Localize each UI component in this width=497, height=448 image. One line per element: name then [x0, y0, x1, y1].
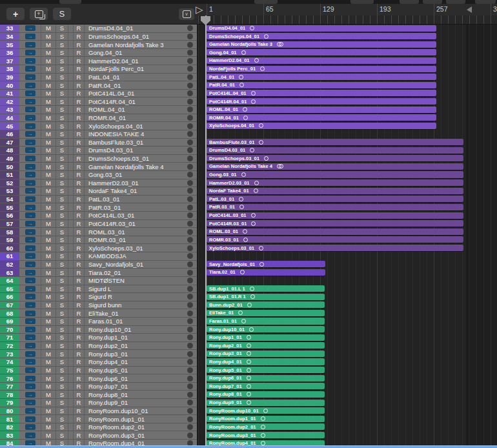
solo-button[interactable]: S: [56, 90, 68, 97]
record-enable-circle[interactable]: [187, 164, 193, 170]
solo-button[interactable]: S: [56, 309, 68, 317]
track-arrow-icon[interactable]: →: [25, 424, 36, 430]
track-row[interactable]: 75→MSRRony.dup5_01: [0, 367, 197, 375]
solo-button[interactable]: S: [56, 415, 68, 423]
record-enable-circle[interactable]: [187, 196, 193, 202]
record-button[interactable]: R: [74, 57, 85, 65]
track-row[interactable]: 82→MSRRonyRoom.dup2_01: [0, 423, 197, 432]
region[interactable]: Rony.dup8_01: [207, 391, 325, 398]
record-button[interactable]: R: [74, 293, 85, 301]
track-arrow-icon[interactable]: →: [25, 376, 36, 382]
region[interactable]: PotC414L.03_01: [207, 212, 463, 219]
record-enable-circle[interactable]: [187, 188, 193, 194]
track-row[interactable]: 59→MSRROMR.03_01: [0, 236, 197, 245]
track-arrow-icon[interactable]: →: [25, 50, 36, 56]
track-row[interactable]: 46→MSRINDONESIA TAKE 4: [0, 130, 197, 139]
mute-button[interactable]: M: [41, 350, 56, 358]
track-arrow-icon[interactable]: →: [25, 42, 36, 48]
record-button[interactable]: R: [74, 277, 85, 285]
region[interactable]: ROML.03_01: [207, 229, 463, 235]
record-button[interactable]: R: [74, 318, 85, 325]
record-button[interactable]: R: [74, 179, 85, 187]
record-enable-circle[interactable]: [187, 351, 193, 357]
region[interactable]: PatR.04_01: [207, 82, 436, 88]
region[interactable]: Bunn.dup2_01: [207, 301, 325, 308]
record-enable-circle[interactable]: [187, 408, 193, 414]
record-button[interactable]: R: [74, 358, 85, 366]
region[interactable]: RonyRoom.dup3_01: [207, 432, 325, 438]
record-button[interactable]: R: [74, 374, 85, 382]
record-button[interactable]: R: [74, 25, 85, 32]
record-enable-circle[interactable]: [187, 261, 193, 267]
playhead-line[interactable]: [205, 15, 207, 448]
track-arrow-icon[interactable]: →: [25, 115, 36, 121]
record-enable-circle[interactable]: [187, 74, 193, 80]
solo-button[interactable]: S: [56, 342, 68, 350]
track-arrow-icon[interactable]: →: [25, 408, 36, 414]
record-enable-circle[interactable]: [187, 245, 193, 251]
record-enable-circle[interactable]: [187, 66, 193, 72]
region[interactable]: PotC414R.04_01: [207, 98, 436, 105]
solo-button[interactable]: S: [56, 155, 68, 163]
mute-button[interactable]: M: [41, 49, 56, 57]
track-row[interactable]: 35→MSRGamelan Nordafjolls Take 3: [0, 41, 197, 49]
track-row[interactable]: 65→MSRSigurd L: [0, 285, 197, 294]
track-row[interactable]: 62→MSRSavy_Nordafjols_01: [0, 261, 197, 269]
region[interactable]: Rony.dup1_01: [207, 334, 325, 341]
track-row[interactable]: 68→MSREliTake_01: [0, 309, 197, 318]
solo-button[interactable]: S: [56, 106, 68, 114]
region[interactable]: PatL.04_01: [207, 74, 436, 80]
solo-button[interactable]: S: [56, 374, 68, 382]
record-enable-circle[interactable]: [187, 139, 193, 145]
track-arrow-icon[interactable]: →: [25, 229, 36, 235]
solo-button[interactable]: S: [56, 81, 68, 89]
record-button[interactable]: R: [74, 155, 85, 163]
record-button[interactable]: R: [74, 90, 85, 97]
solo-button[interactable]: S: [56, 367, 68, 374]
mute-button[interactable]: M: [41, 431, 56, 439]
solo-button[interactable]: S: [56, 97, 68, 105]
record-button[interactable]: R: [74, 203, 85, 211]
record-button[interactable]: R: [74, 33, 85, 41]
solo-button[interactable]: S: [56, 407, 68, 415]
track-arrow-icon[interactable]: →: [25, 66, 36, 72]
solo-button[interactable]: S: [56, 350, 68, 358]
mute-button[interactable]: M: [41, 269, 56, 276]
mute-button[interactable]: M: [41, 196, 56, 203]
solo-button[interactable]: S: [56, 391, 68, 398]
record-button[interactable]: R: [74, 415, 85, 423]
mute-button[interactable]: M: [41, 187, 56, 195]
record-button[interactable]: R: [74, 212, 85, 219]
record-button[interactable]: R: [74, 171, 85, 179]
solo-button[interactable]: S: [56, 33, 68, 41]
solo-button[interactable]: S: [56, 179, 68, 187]
track-row[interactable]: 67→MSRSigurd bunn: [0, 301, 197, 310]
track-row[interactable]: 55→MSRPatR.03_01: [0, 203, 197, 212]
record-enable-circle[interactable]: [187, 58, 193, 64]
track-arrow-icon[interactable]: →: [25, 359, 36, 365]
mute-button[interactable]: M: [41, 122, 56, 130]
record-enable-circle[interactable]: [187, 42, 193, 48]
track-row[interactable]: 48→MSRDrumsD4.03_01: [0, 147, 197, 155]
track-arrow-icon[interactable]: →: [25, 123, 36, 129]
record-enable-circle[interactable]: [187, 318, 193, 324]
region[interactable]: Rony.dup10_01: [207, 326, 325, 332]
solo-button[interactable]: S: [56, 358, 68, 366]
track-row[interactable]: 70→MSRRony.dup10_01: [0, 326, 197, 334]
record-button[interactable]: R: [74, 431, 85, 439]
record-button[interactable]: R: [74, 114, 85, 122]
region[interactable]: ROML.04_01: [207, 107, 436, 113]
track-row[interactable]: 41→MSRPotC414L.04_01: [0, 90, 197, 98]
mute-button[interactable]: M: [41, 423, 56, 431]
mute-button[interactable]: M: [41, 358, 56, 366]
track-arrow-icon[interactable]: →: [25, 253, 36, 259]
region[interactable]: Rony.dup3_01: [207, 351, 325, 357]
solo-button[interactable]: S: [56, 244, 68, 252]
solo-button[interactable]: S: [56, 122, 68, 130]
solo-button[interactable]: S: [56, 334, 68, 341]
mute-button[interactable]: M: [41, 106, 56, 114]
solo-button[interactable]: S: [56, 187, 68, 195]
track-row[interactable]: 52→MSRHammerD2.03_01: [0, 179, 197, 188]
track-row[interactable]: 57→MSRPotC414R.03_01: [0, 220, 197, 229]
solo-button[interactable]: S: [56, 423, 68, 431]
